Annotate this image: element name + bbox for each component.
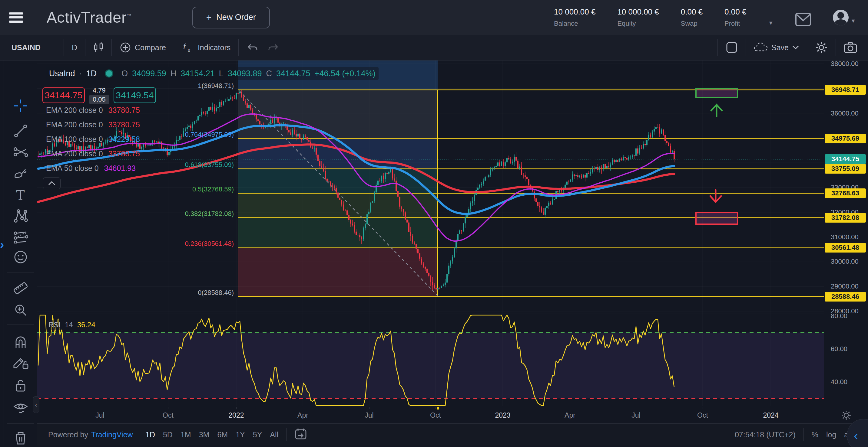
fib-retracement-tool[interactable] bbox=[13, 145, 28, 160]
fx-icon: fx bbox=[182, 41, 194, 54]
new-order-button[interactable]: + New Order bbox=[192, 7, 270, 28]
user-menu[interactable]: ▼ bbox=[833, 10, 856, 25]
indicator-row[interactable]: EMA 200 close 033780.75 bbox=[46, 103, 140, 117]
zoom-in-tool[interactable] bbox=[13, 303, 28, 318]
time-label[interactable]: 2023 bbox=[495, 411, 510, 419]
time-label[interactable]: Oct bbox=[697, 411, 708, 419]
sun-icon[interactable] bbox=[841, 410, 851, 420]
app-logo: ActivTrader™ bbox=[46, 9, 132, 26]
emoji-tool[interactable] bbox=[13, 250, 28, 267]
time-axis[interactable]: JulOct2022AprJulOct2023AprJulOct2024 bbox=[37, 407, 824, 423]
tradingview-link[interactable]: TradingView bbox=[91, 431, 133, 439]
time-label[interactable]: Jul bbox=[631, 411, 640, 419]
collapse-toolbar-chevron-icon[interactable]: ‹ bbox=[33, 396, 39, 413]
collapse-legend-button[interactable] bbox=[43, 177, 61, 189]
time-label[interactable]: Apr bbox=[298, 411, 308, 419]
log-scale-button[interactable]: log bbox=[826, 431, 836, 439]
magnet-tool[interactable] bbox=[13, 336, 28, 350]
hide-drawings-tool[interactable] bbox=[13, 401, 28, 416]
percent-scale-button[interactable]: % bbox=[812, 431, 818, 439]
spread-display: 4.79 0.05 bbox=[89, 87, 109, 104]
range-1d[interactable]: 1D bbox=[145, 431, 155, 439]
chart-canvas[interactable] bbox=[37, 61, 824, 407]
fib-price-badge: 30561.48 bbox=[825, 243, 866, 252]
crosshair-tool[interactable] bbox=[13, 99, 28, 114]
chevron-up-icon bbox=[48, 181, 55, 185]
forecast-tool[interactable] bbox=[13, 230, 28, 245]
fib-price-badge: 34975.69 bbox=[825, 134, 866, 143]
time-label[interactable]: Oct bbox=[163, 411, 174, 419]
time-label[interactable]: Apr bbox=[564, 411, 576, 419]
indicator-row[interactable]: EMA 100 close 034229.58 bbox=[46, 132, 140, 146]
price-axis[interactable]: 38000.0036000.0033000.0032000.0031000.00… bbox=[824, 61, 868, 407]
chart-settings-button[interactable] bbox=[807, 35, 836, 60]
swap-metric: 0.00 € Swap bbox=[681, 7, 703, 28]
range-5d[interactable]: 5D bbox=[163, 431, 173, 439]
fib-price-badge: 36948.71 bbox=[825, 85, 866, 95]
undo-button[interactable] bbox=[239, 35, 266, 60]
range-all[interactable]: All bbox=[270, 431, 278, 439]
mail-icon[interactable] bbox=[795, 13, 811, 27]
trend-line-tool[interactable] bbox=[13, 124, 28, 139]
time-label[interactable]: Oct bbox=[430, 411, 441, 419]
time-label[interactable]: 2022 bbox=[228, 411, 244, 419]
text-tool[interactable]: T bbox=[16, 188, 25, 203]
layout-button[interactable] bbox=[718, 35, 746, 60]
rsi-legend[interactable]: RSI 14 36.24 bbox=[46, 320, 98, 330]
left-gutter bbox=[0, 61, 4, 446]
price-chart[interactable]: UsaInd · 1D O34099.59 H34154.21 L34093.8… bbox=[37, 61, 824, 407]
range-5y[interactable]: 5Y bbox=[253, 431, 262, 439]
lock-drawings-tool[interactable] bbox=[14, 378, 27, 393]
range-3m[interactable]: 3M bbox=[199, 431, 210, 439]
fib-price-badge: 28588.46 bbox=[825, 292, 866, 302]
interval-button[interactable]: D bbox=[64, 35, 85, 60]
legend-symbol[interactable]: UsaInd bbox=[49, 69, 75, 78]
spread-high: 4.79 bbox=[93, 87, 106, 94]
time-label[interactable]: Jul bbox=[95, 411, 104, 419]
range-1m[interactable]: 1M bbox=[181, 431, 191, 439]
sell-button[interactable]: 34144.75 bbox=[42, 88, 85, 103]
indicator-row[interactable]: EMA 50 close 034601.93 bbox=[46, 161, 140, 175]
swap-value: 0.00 € bbox=[681, 7, 703, 16]
account-chevron-down-icon[interactable]: ▼ bbox=[768, 20, 774, 26]
price-tick: 38000.00 bbox=[831, 60, 859, 68]
remove-drawings-tool[interactable] bbox=[14, 431, 27, 446]
expand-watchlist-chevron-icon[interactable]: › bbox=[0, 237, 8, 252]
symbol-button[interactable]: USAIND bbox=[0, 35, 64, 60]
balance-value: 10 000.00 € bbox=[554, 7, 595, 16]
time-tick bbox=[369, 407, 370, 409]
measure-tool[interactable] bbox=[13, 281, 28, 297]
time-label[interactable]: 2024 bbox=[763, 411, 778, 419]
compare-button[interactable]: Compare bbox=[112, 35, 174, 60]
snapshot-button[interactable] bbox=[836, 35, 868, 60]
buy-button[interactable]: 34149.54 bbox=[114, 88, 156, 103]
go-to-date-button[interactable] bbox=[294, 427, 307, 442]
price-tick: 30000.00 bbox=[831, 258, 859, 266]
brush-tool[interactable] bbox=[13, 167, 28, 181]
time-label[interactable]: Jul bbox=[365, 411, 373, 419]
indicator-row[interactable]: EMA 200 close 033780.75 bbox=[46, 146, 140, 161]
balance-label: Balance bbox=[554, 20, 595, 28]
drawing-mode-tool[interactable] bbox=[13, 356, 28, 371]
market-status-icon[interactable] bbox=[104, 68, 114, 79]
candlestick-icon bbox=[93, 41, 103, 54]
fib-level-label: 1(36948.71) bbox=[198, 82, 234, 90]
rsi-tick: 60.00 bbox=[831, 345, 847, 353]
menu-icon[interactable] bbox=[9, 12, 23, 23]
chart-style-button[interactable] bbox=[85, 35, 112, 60]
balance-metric: 10 000.00 € Balance bbox=[554, 7, 595, 28]
save-button[interactable]: Save bbox=[746, 35, 807, 60]
camera-icon bbox=[844, 42, 857, 53]
gear-icon bbox=[815, 41, 828, 54]
indicator-row[interactable]: EMA 200 close 033780.75 bbox=[46, 117, 140, 132]
redo-button[interactable] bbox=[266, 35, 287, 60]
xabcd-pattern-tool[interactable] bbox=[13, 209, 28, 224]
redo-icon bbox=[268, 43, 279, 52]
equity-metric: 10 000.00 € Equity bbox=[617, 7, 659, 28]
indicators-button[interactable]: fx Indicators bbox=[174, 35, 238, 60]
fib-price-badge: 33755.09 bbox=[825, 164, 866, 174]
current-price-badge: 34144.75 bbox=[825, 154, 866, 164]
fib-level-label: 0.5(32768.59) bbox=[192, 185, 234, 193]
range-6m[interactable]: 6M bbox=[217, 431, 228, 439]
range-1y[interactable]: 1Y bbox=[236, 431, 245, 439]
